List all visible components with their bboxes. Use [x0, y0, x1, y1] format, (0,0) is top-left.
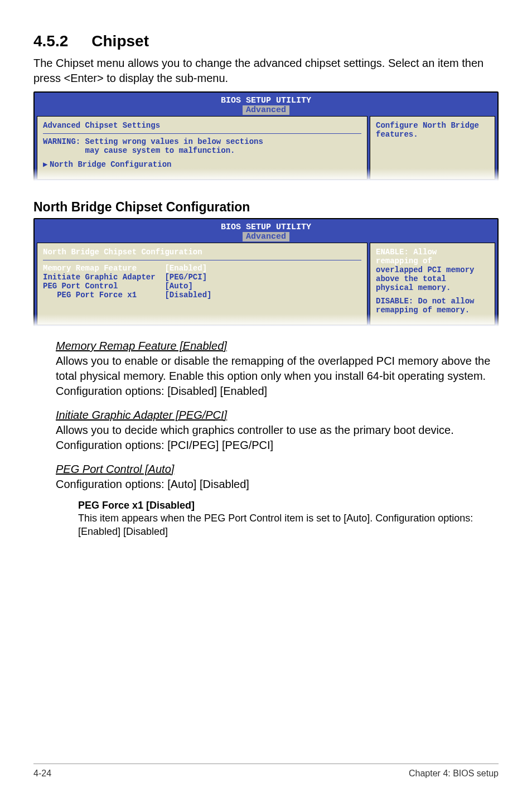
subsection-heading: North Bridge Chipset Configuration — [33, 200, 499, 215]
help-line: physical memory. — [376, 283, 489, 292]
panel-heading: North Bridge Chipset Configuration — [43, 248, 361, 257]
option-body-initiate-graphic: Allows you to decide which graphics cont… — [56, 423, 499, 453]
option-body-peg-port: Configuration options: [Auto] [Disabled] — [56, 477, 499, 492]
page-footer: 4-24 Chapter 4: BIOS setup — [33, 764, 499, 779]
section-heading: 4.5.2Chipset — [33, 32, 499, 50]
warning-line-1: WARNING: Setting wrong values in below s… — [43, 137, 361, 146]
bios-help-panel: Configure North Bridge features. — [370, 116, 495, 180]
help-line: DISABLE: Do not allow — [376, 297, 489, 306]
setting-peg-port-control: PEG Port Control [Auto] — [43, 282, 361, 291]
option-heading-initiate-graphic: Initiate Graphic Adapter [PEG/PCI] — [56, 409, 499, 422]
bios-help-panel: ENABLE: Allow remapping of overlapped PC… — [370, 243, 495, 325]
chapter-label: Chapter 4: BIOS setup — [409, 769, 499, 779]
setting-memory-remap: Memory Remap Feature [Enabled] — [43, 264, 361, 273]
bios-title: BIOS SETUP UTILITY — [221, 223, 311, 232]
bios-main-panel: Advanced Chipset Settings WARNING: Setti… — [37, 116, 367, 180]
bios-screenshot-1: BIOS SETUP UTILITY Advanced Advanced Chi… — [33, 91, 499, 183]
option-body-memory-remap: Allows you to enable or disable the rema… — [56, 354, 499, 399]
bios-tab-advanced: Advanced — [243, 105, 289, 115]
panel-heading: Advanced Chipset Settings — [43, 121, 361, 130]
menu-item-north-bridge: ▶North Bridge Configuration — [43, 160, 361, 169]
page-number: 4-24 — [33, 769, 51, 779]
bios-main-panel: North Bridge Chipset Configuration Memor… — [37, 243, 367, 325]
help-line: overlapped PCI memory — [376, 265, 489, 274]
section-title: Chipset — [91, 32, 149, 50]
sub-option-block: PEG Force x1 [Disabled] This item appear… — [78, 500, 499, 539]
intro-paragraph: The Chipset menu allows you to change th… — [33, 56, 499, 86]
triangle-right-icon: ▶ — [43, 160, 50, 169]
setting-initiate-graphic: Initiate Graphic Adapter [PEG/PCI] — [43, 273, 361, 282]
help-text: Configure North Bridge features. — [376, 121, 489, 139]
bios-title: BIOS SETUP UTILITY — [221, 96, 311, 105]
help-line: remapping of memory. — [376, 306, 489, 315]
option-heading-memory-remap: Memory Remap Feature [Enabled] — [56, 340, 499, 352]
help-line: remapping of — [376, 257, 489, 265]
warning-line-2: may cause system to malfunction. — [43, 146, 361, 155]
help-line: ENABLE: Allow — [376, 248, 489, 257]
section-number: 4.5.2 — [33, 32, 68, 50]
bios-screenshot-2: BIOS SETUP UTILITY Advanced North Bridge… — [33, 218, 499, 328]
bios-tab-advanced: Advanced — [243, 232, 289, 241]
setting-peg-port-force: PEG Port Force x1 [Disabled] — [43, 291, 361, 299]
help-line: above the total — [376, 274, 489, 283]
sub-option-heading: PEG Force x1 [Disabled] — [78, 500, 499, 511]
sub-option-body: This item appears when the PEG Port Cont… — [78, 511, 499, 539]
option-heading-peg-port: PEG Port Control [Auto] — [56, 463, 499, 476]
